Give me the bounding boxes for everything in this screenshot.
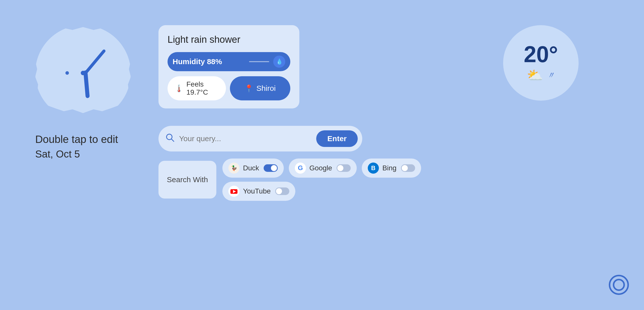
google-toggle-knob <box>337 165 343 171</box>
engine-youtube[interactable]: YouTube <box>222 182 295 201</box>
engine-row-2: YouTube <box>222 182 421 201</box>
engine-bing[interactable]: B Bing <box>362 159 421 178</box>
svg-text:B: B <box>371 165 375 171</box>
clock-center-dot <box>81 71 85 75</box>
clock-dot <box>65 71 69 75</box>
bing-toggle[interactable] <box>401 164 415 172</box>
settings-button-inner <box>613 279 625 291</box>
clock-minute-hand <box>83 49 106 76</box>
bing-toggle-knob <box>402 165 408 171</box>
feels-pill: 🌡️ Feels 19.7°C <box>168 76 226 100</box>
sun-cloud-icon: ⛅ <box>527 68 543 83</box>
thermometer-icon: 🌡️ <box>175 84 183 93</box>
location-label: Shiroi <box>256 84 276 93</box>
enter-button[interactable]: Enter <box>316 130 358 147</box>
engine-duck[interactable]: 🦆 Duck <box>222 159 284 178</box>
location-icon: 📍 <box>245 84 253 93</box>
weather-title: Light rain shower <box>168 34 290 45</box>
duck-toggle-knob <box>271 165 277 171</box>
feels-label: Feels 19.7°C <box>186 80 219 96</box>
humidity-right: 💧 <box>249 56 285 68</box>
google-logo: G <box>295 163 306 174</box>
search-with-label: Search With <box>167 175 208 184</box>
engine-google[interactable]: G Google <box>289 159 357 178</box>
clock-face <box>45 35 121 111</box>
youtube-toggle-knob <box>276 188 282 194</box>
youtube-toggle[interactable] <box>275 187 289 195</box>
temperature-value: 20° <box>524 43 558 66</box>
svg-text:G: G <box>298 164 303 172</box>
svg-text:🦆: 🦆 <box>231 165 237 171</box>
search-with-section: Search With 🦆 Duck <box>158 159 421 201</box>
search-bar: Enter <box>158 126 362 151</box>
weather-bottom: 🌡️ Feels 19.7°C 📍 Shiroi <box>168 76 290 100</box>
duck-logo: 🦆 <box>228 163 239 174</box>
rain-icon: 〃 <box>546 69 555 82</box>
location-pill[interactable]: 📍 Shiroi <box>230 76 290 100</box>
youtube-label: YouTube <box>243 187 271 195</box>
bing-logo: B <box>368 163 379 174</box>
duck-label: Duck <box>243 164 259 172</box>
svg-line-1 <box>171 139 174 141</box>
weather-card: Light rain shower Humidity 88% 💧 🌡️ Feel… <box>158 25 299 108</box>
clock-blob <box>35 25 131 121</box>
clock-label-section: Double tap to edit Sat, Oct 5 <box>35 133 118 160</box>
google-label: Google <box>309 164 332 172</box>
double-tap-label[interactable]: Double tap to edit <box>35 133 118 145</box>
humidity-line <box>249 61 269 62</box>
clock-widget <box>35 25 131 121</box>
settings-button[interactable] <box>609 275 629 295</box>
humidity-bar: Humidity 88% 💧 <box>168 52 290 71</box>
google-toggle[interactable] <box>337 164 351 172</box>
humidity-icon: 💧 <box>273 56 285 68</box>
search-icon <box>166 133 175 144</box>
engine-row-1: 🦆 Duck G Google <box>222 159 421 178</box>
youtube-logo <box>228 186 239 197</box>
temperature-widget: 20° ⛅ 〃 <box>503 25 579 101</box>
weather-icons: ⛅ 〃 <box>527 68 555 83</box>
humidity-label: Humidity 88% <box>173 57 222 66</box>
duck-toggle[interactable] <box>264 164 278 172</box>
search-with-box: Search With <box>158 161 216 199</box>
bing-label: Bing <box>382 164 396 172</box>
date-label: Sat, Oct 5 <box>35 148 118 160</box>
search-input[interactable] <box>179 134 312 143</box>
search-engines: 🦆 Duck G Google <box>222 159 421 201</box>
